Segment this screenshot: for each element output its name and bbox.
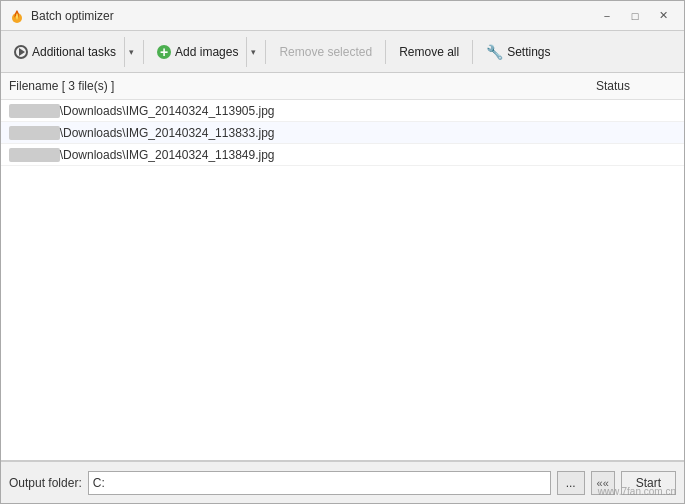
chevron-down-icon: ▾ — [129, 47, 134, 57]
window-controls: − □ ✕ — [594, 6, 676, 26]
remove-all-button[interactable]: Remove all — [390, 36, 468, 68]
add-images-split-button[interactable]: + Add images ▾ — [148, 36, 261, 68]
file-item-name: C:\Users \Downloads\IMG_20140324_113849.… — [9, 148, 596, 162]
remove-selected-label: Remove selected — [279, 45, 372, 59]
table-row[interactable]: C:\Users \Downloads\IMG_20140324_113833.… — [1, 122, 684, 144]
file-item-name: C:\Users \Downloads\IMG_20140324_113905.… — [9, 104, 596, 118]
separator-3 — [385, 40, 386, 64]
file-list-container[interactable]: Filename [ 3 file(s) ] Status C:\Users \… — [1, 73, 684, 461]
title-bar-left: Batch optimizer — [9, 8, 114, 24]
start-button[interactable]: Start — [621, 471, 676, 495]
close-button[interactable]: ✕ — [650, 6, 676, 26]
path-clear: \Downloads\IMG_20140324_113849.jpg — [60, 148, 275, 162]
toolbar: Additional tasks ▾ + Add images ▾ Remove… — [1, 31, 684, 73]
file-list-header: Filename [ 3 file(s) ] Status — [1, 73, 684, 100]
path-blurred: C:\Users — [9, 104, 60, 118]
app-icon — [9, 8, 25, 24]
path-blurred: C:\Users — [9, 126, 60, 140]
settings-label: Settings — [507, 45, 550, 59]
header-status: Status — [596, 79, 676, 93]
add-images-label: Add images — [175, 45, 238, 59]
minimize-button[interactable]: − — [594, 6, 620, 26]
add-icon: + — [157, 45, 171, 59]
settings-icon: 🔧 — [486, 44, 503, 60]
separator-1 — [143, 40, 144, 64]
remove-all-label: Remove all — [399, 45, 459, 59]
window-title: Batch optimizer — [31, 9, 114, 23]
nav-button[interactable]: «« — [591, 471, 615, 495]
path-clear: \Downloads\IMG_20140324_113905.jpg — [60, 104, 275, 118]
add-images-main[interactable]: + Add images — [149, 37, 246, 67]
additional-tasks-arrow[interactable]: ▾ — [124, 37, 138, 67]
file-item-name: C:\Users \Downloads\IMG_20140324_113833.… — [9, 126, 596, 140]
output-folder-input[interactable] — [88, 471, 551, 495]
title-bar: Batch optimizer − □ ✕ — [1, 1, 684, 31]
path-blurred: C:\Users — [9, 148, 60, 162]
chevron-down-icon-2: ▾ — [251, 47, 256, 57]
remove-selected-button[interactable]: Remove selected — [270, 36, 381, 68]
file-list: C:\Users \Downloads\IMG_20140324_113905.… — [1, 100, 684, 166]
separator-4 — [472, 40, 473, 64]
table-row[interactable]: C:\Users \Downloads\IMG_20140324_113905.… — [1, 100, 684, 122]
separator-2 — [265, 40, 266, 64]
maximize-button[interactable]: □ — [622, 6, 648, 26]
output-folder-label: Output folder: — [9, 476, 82, 490]
additional-tasks-label: Additional tasks — [32, 45, 116, 59]
add-images-arrow[interactable]: ▾ — [246, 37, 260, 67]
bottom-bar: Output folder: ... «« Start — [1, 461, 684, 503]
additional-tasks-split-button[interactable]: Additional tasks ▾ — [5, 36, 139, 68]
additional-tasks-main[interactable]: Additional tasks — [6, 37, 124, 67]
settings-button[interactable]: 🔧 Settings — [477, 36, 559, 68]
play-icon — [14, 45, 28, 59]
header-filename: Filename [ 3 file(s) ] — [9, 79, 596, 93]
browse-button[interactable]: ... — [557, 471, 585, 495]
main-window: Batch optimizer − □ ✕ Additional tasks ▾… — [0, 0, 685, 504]
table-row[interactable]: C:\Users \Downloads\IMG_20140324_113849.… — [1, 144, 684, 166]
path-clear: \Downloads\IMG_20140324_113833.jpg — [60, 126, 275, 140]
